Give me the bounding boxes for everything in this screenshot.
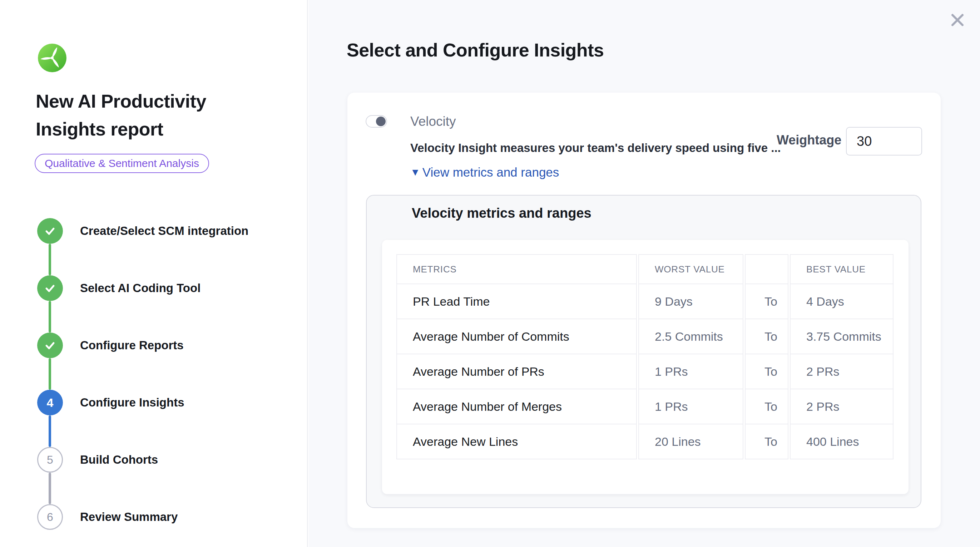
best-value-cell: 4 Days (790, 284, 894, 319)
step-item-1[interactable]: Create/Select SCM integration (37, 218, 287, 275)
step-check-circle (37, 275, 63, 301)
app-logo-icon (38, 44, 67, 72)
view-metrics-link[interactable]: ▼ View metrics and ranges (410, 164, 559, 180)
table-row: Average Number of Merges1 PRsTo2 PRs (396, 389, 894, 424)
metrics-table: METRICSWORST VALUEBEST VALUE PR Lead Tim… (395, 254, 895, 459)
step-check-circle (37, 218, 63, 244)
to-cell: To (745, 284, 788, 319)
worst-value-cell: 1 PRs (638, 389, 743, 424)
dialog-title: Select and Configure Insights (347, 39, 604, 61)
step-number-circle: 5 (37, 447, 63, 473)
to-cell: To (745, 354, 788, 389)
to-cell: To (745, 424, 788, 459)
metric-name-cell: Average Number of PRs (396, 354, 637, 389)
report-title: New AI Productivity Insights report (36, 87, 264, 143)
step-label: Configure Reports (80, 332, 184, 358)
best-value-cell: 400 Lines (790, 424, 894, 459)
worst-value-cell: 1 PRs (638, 354, 743, 389)
step-number-circle: 6 (37, 504, 63, 530)
step-connector (49, 473, 51, 504)
step-connector (49, 358, 51, 390)
worst-value-cell: 2.5 Commits (638, 319, 743, 354)
best-value-cell: 2 PRs (790, 354, 894, 389)
main-panel: Select and Configure Insights Velocity V… (309, 0, 980, 547)
metric-name-cell: Average Number of Commits (396, 319, 637, 354)
step-item-6[interactable]: 6Review Summary (37, 504, 287, 547)
step-item-3[interactable]: Configure Reports (37, 332, 287, 390)
insights-card: Velocity Velocity Insight measures your … (347, 92, 941, 528)
col-header-to (745, 254, 788, 284)
velocity-toggle[interactable] (366, 115, 387, 128)
step-label: Select AI Coding Tool (80, 275, 200, 301)
step-label: Build Cohorts (80, 447, 158, 473)
best-value-cell: 3.75 Commits (790, 319, 894, 354)
step-number-circle: 4 (37, 390, 63, 415)
metrics-table-card: METRICSWORST VALUEBEST VALUE PR Lead Tim… (382, 240, 908, 494)
col-header-best-value: BEST VALUE (790, 254, 894, 284)
step-item-4[interactable]: 4Configure Insights (37, 390, 287, 447)
to-cell: To (745, 389, 788, 424)
step-connector (49, 301, 51, 332)
insight-description: Velocity Insight measures your team's de… (410, 141, 775, 155)
col-header-metrics: METRICS (396, 254, 637, 284)
step-item-2[interactable]: Select AI Coding Tool (37, 275, 287, 332)
worst-value-cell: 20 Lines (638, 424, 743, 459)
metric-name-cell: Average Number of Merges (396, 389, 637, 424)
step-connector (49, 415, 51, 447)
caret-down-icon: ▼ (410, 164, 420, 180)
step-label: Configure Insights (80, 390, 185, 415)
step-connector (49, 244, 51, 275)
check-icon (43, 224, 57, 238)
table-row: PR Lead Time9 DaysTo4 Days (396, 284, 894, 319)
step-label: Review Summary (80, 504, 178, 530)
check-icon (43, 338, 57, 352)
toggle-knob (376, 116, 386, 126)
table-row: Average Number of Commits2.5 CommitsTo3.… (396, 319, 894, 354)
metrics-section: Velocity metrics and ranges METRICSWORST… (366, 195, 921, 508)
table-row: Average Number of PRs1 PRsTo2 PRs (396, 354, 894, 389)
check-icon (43, 281, 57, 295)
step-check-circle (37, 332, 63, 358)
view-metrics-label: View metrics and ranges (422, 164, 559, 180)
to-cell: To (745, 319, 788, 354)
step-label: Create/Select SCM integration (80, 218, 248, 244)
metrics-section-title: Velocity metrics and ranges (412, 206, 592, 221)
best-value-cell: 2 PRs (790, 389, 894, 424)
step-item-5[interactable]: 5Build Cohorts (37, 447, 287, 504)
table-row: Average New Lines20 LinesTo400 Lines (396, 424, 894, 459)
sidebar: New AI Productivity Insights report Qual… (0, 0, 308, 547)
col-header-worst-value: WORST VALUE (638, 254, 743, 284)
step-number: 6 (47, 510, 53, 524)
step-number: 4 (47, 396, 54, 410)
close-icon[interactable] (948, 11, 967, 29)
insight-name: Velocity (410, 114, 456, 129)
metric-name-cell: Average New Lines (396, 424, 637, 459)
weightage-label: Weightage (776, 132, 841, 148)
worst-value-cell: 9 Days (638, 284, 743, 319)
metric-name-cell: PR Lead Time (396, 284, 637, 319)
weightage-input[interactable] (846, 127, 922, 156)
report-type-badge: Qualitative & Sentiment Analysis (35, 154, 209, 173)
step-number: 5 (47, 453, 53, 467)
